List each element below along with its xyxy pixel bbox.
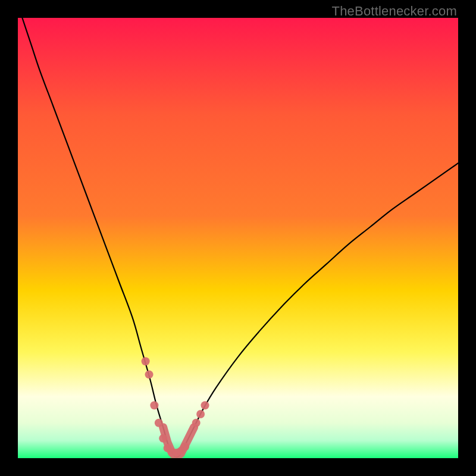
plot-area <box>18 18 458 458</box>
curve-marker <box>159 434 167 443</box>
chart-frame: TheBottlenecker.com <box>0 0 476 476</box>
curve-marker <box>181 443 189 451</box>
curve-marker <box>145 370 154 378</box>
curve-marker <box>142 357 150 365</box>
curve-marker <box>155 419 163 427</box>
curve-marker <box>192 419 201 427</box>
curve-marker <box>201 401 209 409</box>
curve-markers <box>142 357 209 457</box>
watermark-text: TheBottlenecker.com <box>332 4 457 19</box>
curve-marker <box>196 410 205 418</box>
curve-layer <box>18 18 458 458</box>
curve-marker <box>150 401 158 409</box>
bottleneck-curve <box>22 18 458 457</box>
